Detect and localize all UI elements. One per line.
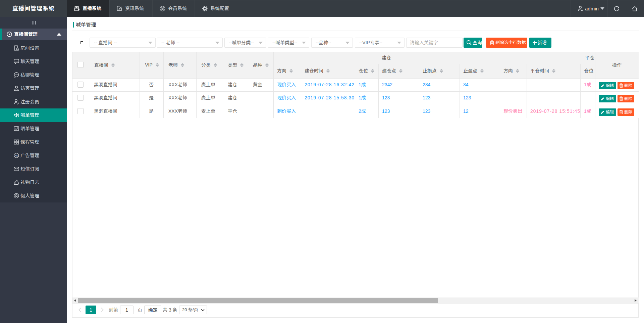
- svg-text:AD: AD: [15, 154, 18, 157]
